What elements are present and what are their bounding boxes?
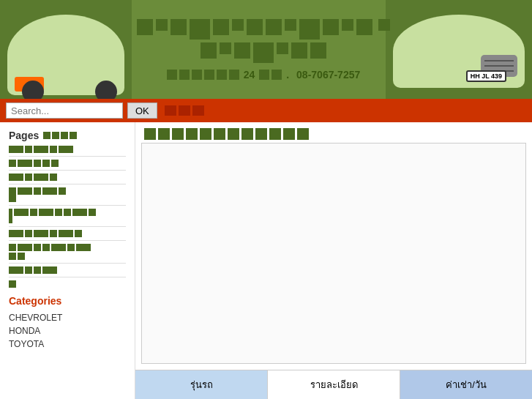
list-item[interactable] (9, 174, 126, 181)
header-logo-blocks (128, 19, 399, 63)
pages-title: Pages (9, 130, 126, 141)
list-item[interactable] (9, 230, 126, 237)
license-plate: HH JL 439 (466, 70, 506, 82)
list-item[interactable] (9, 209, 126, 223)
header-center: 24 . 08-7067-7257 (128, 0, 399, 99)
main-layout: Pages (0, 122, 532, 399)
sidebar: Pages (0, 122, 135, 399)
list-item[interactable] (9, 280, 126, 288)
divider (9, 184, 126, 184)
divider (9, 263, 126, 264)
sidebar-item-honda[interactable]: HONDA (9, 324, 126, 338)
header: HH JL 439 24 (0, 0, 532, 99)
list-item[interactable] (9, 266, 126, 274)
divider (9, 170, 126, 171)
bottom-bar: รุ่นรถ รายละเอียด ค่าเช่า/วัน (135, 370, 532, 399)
divider (9, 226, 126, 227)
search-input[interactable] (6, 102, 123, 119)
main-table (141, 143, 526, 364)
list-item[interactable] (9, 244, 126, 260)
list-item[interactable] (9, 187, 126, 202)
bottom-col-model[interactable]: รุ่นรถ (135, 370, 268, 399)
divider (9, 205, 126, 206)
content-area: รุ่นรถ รายละเอียด ค่าเช่า/วัน (135, 122, 532, 399)
car-left-image (0, 0, 132, 99)
list-item[interactable] (9, 160, 126, 167)
divider (9, 240, 126, 241)
list-item[interactable] (9, 146, 126, 153)
phone-hours: 24 (244, 69, 255, 81)
categories-title: Categories (9, 295, 126, 307)
sidebar-item-toyota[interactable]: TOYOTA (9, 338, 126, 351)
content-table-area (135, 143, 532, 370)
divider (9, 156, 126, 157)
bottom-col-price[interactable]: ค่าเช่า/วัน (400, 370, 532, 399)
search-button[interactable]: OK (127, 102, 157, 119)
searchbar: OK (0, 99, 532, 122)
header-phone: 24 . 08-7067-7257 (167, 69, 361, 81)
bottom-col-detail[interactable]: รายละเอียด (268, 370, 400, 399)
content-title (135, 122, 532, 143)
table-cell (142, 143, 526, 364)
car-right-image: HH JL 439 (386, 0, 532, 99)
sidebar-item-chevrolet[interactable]: CHEVROLET (9, 311, 126, 324)
search-decoration (165, 105, 204, 116)
phone-number: 08-7067-7257 (296, 69, 360, 81)
divider (9, 277, 126, 277)
